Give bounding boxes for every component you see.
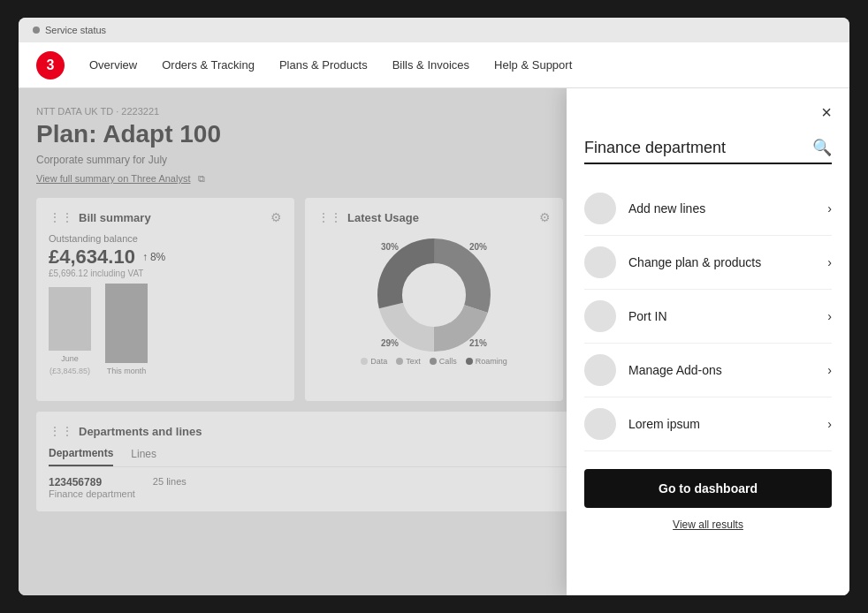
- search-icon[interactable]: 🔍: [812, 138, 832, 157]
- main-content: NTT DATA UK TD · 2223221 Plan: Adapt 100…: [19, 88, 849, 595]
- action-change-plan[interactable]: Change plan & products ›: [584, 236, 832, 290]
- status-text: Service status: [45, 25, 106, 35]
- action-label-change-plan: Change plan & products: [628, 255, 815, 269]
- action-port-in[interactable]: Port IN ›: [584, 290, 832, 344]
- action-lorem[interactable]: Lorem ipsum ›: [584, 397, 832, 451]
- search-row: 🔍: [584, 138, 832, 164]
- chevron-right-icon-1: ›: [827, 255, 832, 269]
- chevron-right-icon-0: ›: [827, 201, 832, 216]
- action-icon-lorem: [584, 408, 616, 440]
- right-panel: × 🔍 Add new lines › Change plan & produc…: [567, 88, 849, 595]
- nav-plans[interactable]: Plans & Products: [279, 58, 368, 72]
- action-items-list: Add new lines › Change plan & products ›…: [584, 182, 832, 451]
- search-input[interactable]: [584, 139, 812, 157]
- status-bar: Service status: [19, 18, 849, 42]
- chevron-right-icon-4: ›: [827, 417, 832, 431]
- status-dot: [33, 26, 40, 34]
- go-dashboard-button[interactable]: Go to dashboard: [584, 469, 832, 508]
- nav-help[interactable]: Help & Support: [494, 58, 572, 72]
- action-label-add-lines: Add new lines: [628, 201, 815, 216]
- dim-overlay: [19, 88, 567, 595]
- nav-orders[interactable]: Orders & Tracking: [162, 58, 255, 72]
- chevron-right-icon-2: ›: [827, 309, 832, 323]
- action-label-port-in: Port IN: [628, 309, 815, 323]
- top-nav: 3 Overview Orders & Tracking Plans & Pro…: [19, 42, 849, 88]
- action-icon-change-plan: [584, 246, 616, 278]
- action-label-manage-addons: Manage Add-ons: [628, 363, 815, 377]
- view-all-link[interactable]: View all results: [584, 518, 832, 531]
- action-manage-addons[interactable]: Manage Add-ons ›: [584, 344, 832, 397]
- action-icon-manage-addons: [584, 354, 616, 386]
- action-icon-add-lines: [584, 193, 616, 224]
- nav-overview[interactable]: Overview: [89, 58, 137, 72]
- logo[interactable]: 3: [36, 51, 65, 79]
- nav-bills[interactable]: Bills & Invoices: [392, 58, 469, 72]
- action-label-lorem: Lorem ipsum: [628, 417, 815, 431]
- action-icon-port-in: [584, 300, 616, 332]
- close-icon[interactable]: ×: [821, 102, 832, 123]
- action-add-new-lines[interactable]: Add new lines ›: [584, 182, 832, 236]
- chevron-right-icon-3: ›: [827, 363, 832, 377]
